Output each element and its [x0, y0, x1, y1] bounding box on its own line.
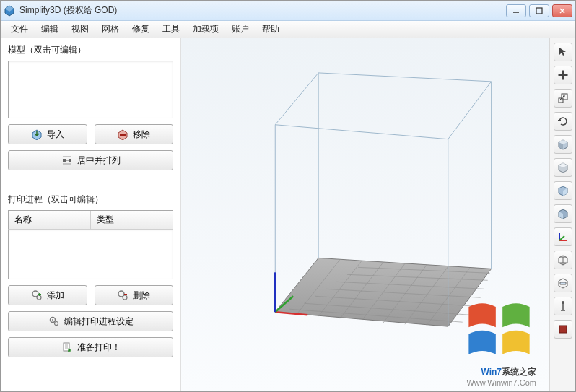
- select-tool[interactable]: [554, 43, 572, 61]
- menu-addons[interactable]: 加载项: [187, 21, 224, 38]
- menu-file[interactable]: 文件: [5, 21, 34, 38]
- view-cube-top[interactable]: [554, 158, 572, 177]
- col-type[interactable]: 类型: [91, 211, 173, 229]
- import-label: 导入: [47, 129, 64, 141]
- delete-label: 删除: [133, 289, 150, 302]
- import-icon: [31, 129, 43, 140]
- workarea: 模型（双击可编辑） 导入 移除: [1, 38, 575, 391]
- app-icon: [4, 5, 15, 17]
- delete-process-button[interactable]: 删除: [95, 285, 174, 305]
- rotate-tool[interactable]: [554, 112, 572, 131]
- scale-tool[interactable]: [554, 89, 572, 108]
- cross-section[interactable]: [554, 274, 572, 292]
- svg-line-42: [275, 73, 318, 125]
- maximize-button[interactable]: [529, 4, 549, 17]
- menu-mesh[interactable]: 网格: [96, 21, 125, 38]
- svg-rect-10: [69, 159, 71, 162]
- models-panel: 模型（双击可编辑） 导入 移除: [8, 44, 173, 170]
- processes-listbox[interactable]: [8, 229, 173, 279]
- center-arrange-label: 居中并排列: [77, 154, 121, 167]
- add-process-button[interactable]: 添加: [8, 285, 87, 305]
- remove-label: 移除: [133, 129, 150, 141]
- view-cube-iso[interactable]: [554, 135, 572, 154]
- wireframe-view[interactable]: [554, 251, 572, 269]
- right-toolbar: [549, 38, 575, 391]
- svg-line-40: [448, 82, 492, 139]
- remove-button[interactable]: 移除: [95, 124, 174, 144]
- window-controls: [506, 4, 572, 17]
- prepare-print-button[interactable]: 准备打印！: [8, 337, 173, 357]
- edit-settings-label: 编辑打印进程设定: [64, 315, 134, 328]
- svg-rect-9: [63, 159, 66, 162]
- prepare-icon: [61, 341, 73, 353]
- processes-panel: 打印进程（双击可编辑） 名称 类型 添加 删除: [8, 193, 173, 357]
- edit-process-settings-button[interactable]: 编辑打印进程设定: [8, 311, 173, 331]
- menu-tools[interactable]: 工具: [157, 21, 186, 38]
- view-cube-front[interactable]: [554, 181, 572, 200]
- svg-point-12: [37, 295, 41, 300]
- axes-tool[interactable]: [554, 227, 572, 246]
- svg-point-14: [123, 295, 127, 300]
- center-arrange-button[interactable]: 居中并排列: [8, 150, 173, 170]
- support-tool[interactable]: [554, 297, 572, 315]
- menu-edit[interactable]: 编辑: [35, 21, 64, 38]
- left-panel: 模型（双击可编辑） 导入 移除: [1, 38, 181, 391]
- svg-line-39: [275, 125, 448, 139]
- paint-tool[interactable]: [554, 320, 572, 339]
- close-button[interactable]: [552, 4, 572, 17]
- svg-rect-3: [536, 8, 542, 14]
- processes-table-header: 名称 类型: [8, 210, 173, 229]
- import-button[interactable]: 导入: [8, 124, 87, 144]
- move-tool[interactable]: [554, 66, 572, 84]
- menu-help[interactable]: 帮助: [256, 21, 285, 38]
- menu-view[interactable]: 视图: [66, 21, 95, 38]
- menubar: 文件 编辑 视图 网格 修复 工具 加载项 账户 帮助: [1, 21, 575, 38]
- menu-repair[interactable]: 修复: [126, 21, 155, 38]
- prepare-label: 准备打印！: [77, 341, 121, 354]
- col-name[interactable]: 名称: [9, 211, 91, 229]
- svg-rect-65: [559, 326, 567, 333]
- add-icon: [31, 289, 43, 301]
- svg-point-17: [52, 319, 53, 321]
- settings-icon: [48, 315, 60, 327]
- svg-point-64: [562, 301, 564, 304]
- models-panel-title: 模型（双击可编辑）: [8, 44, 173, 56]
- add-label: 添加: [47, 289, 64, 302]
- models-listbox[interactable]: [8, 61, 173, 118]
- view-cube-right[interactable]: [554, 204, 572, 223]
- minimize-button[interactable]: [506, 4, 526, 17]
- remove-icon: [117, 129, 128, 140]
- svg-point-16: [54, 322, 58, 326]
- viewport-3d[interactable]: Win7系统之家 Www.Winwin7.Com: [181, 38, 549, 391]
- menu-account[interactable]: 账户: [226, 21, 255, 38]
- processes-panel-title: 打印进程（双击可编辑）: [8, 193, 173, 206]
- svg-marker-62: [560, 282, 566, 284]
- svg-line-41: [318, 73, 492, 82]
- build-volume-render: [181, 38, 549, 391]
- center-arrange-icon: [61, 154, 73, 166]
- titlebar: Simplify3D (授权给 GOD): [1, 1, 575, 21]
- window-title: Simplify3D (授权给 GOD): [19, 4, 506, 17]
- delete-icon: [117, 289, 128, 301]
